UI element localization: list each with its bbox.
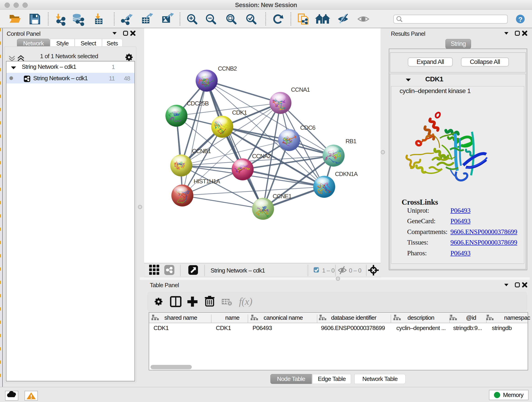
svg-text:CDK1: CDK1 (232, 109, 247, 116)
svg-text:HIST1H1A: HIST1H1A (194, 178, 220, 185)
svg-text:CCNB1: CCNB1 (192, 148, 211, 154)
svg-text:CDC6: CDC6 (300, 124, 316, 131)
svg-text:CCNB2: CCNB2 (218, 65, 237, 72)
svg-text:CCNA2: CCNA2 (252, 153, 271, 160)
svg-text:CDKN1A: CDKN1A (335, 171, 358, 177)
svg-text:CCNE1: CCNE1 (273, 193, 292, 200)
svg-text:CDC25B: CDC25B (187, 100, 209, 107)
svg-text:CCNA1: CCNA1 (291, 86, 310, 93)
svg-text:RB1: RB1 (346, 138, 356, 145)
